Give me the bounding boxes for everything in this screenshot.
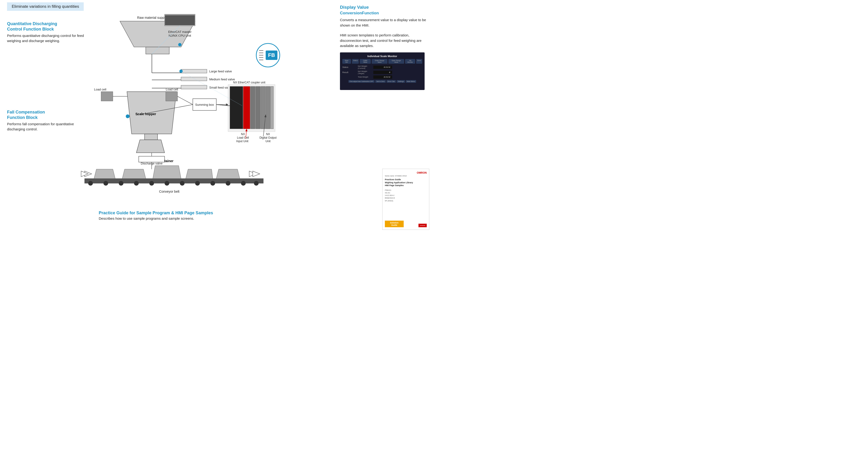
book-bottom: Solution Guide omron — [385, 221, 427, 227]
hmi-footer-btn-5[interactable]: Main Menu — [406, 80, 416, 83]
svg-rect-19 — [181, 69, 207, 73]
hmi-footer-btn-1[interactable]: One-adjust tare Subtraction OFF — [348, 80, 375, 83]
svg-marker-45 — [186, 169, 213, 178]
svg-text:Load Cell: Load Cell — [237, 136, 249, 139]
svg-marker-46 — [216, 169, 240, 178]
hmi-row-result: Result Net Weight (Target) # — [342, 70, 422, 74]
svg-rect-28 — [85, 178, 263, 183]
svg-point-39 — [241, 181, 246, 186]
svg-point-33 — [149, 181, 154, 186]
svg-point-30 — [103, 181, 108, 186]
hmi-hash2: # — [373, 71, 392, 74]
svg-marker-4 — [136, 140, 164, 153]
section1-title-line2: Control Function Block — [7, 27, 87, 32]
book-cover: OMRON Series name: SYSMAC-HH14 Practices… — [382, 169, 429, 230]
section1-title-line1: Quantitative Discharging — [7, 21, 87, 27]
svg-marker-43 — [153, 166, 181, 178]
banner-text: Eliminate variations in filling quantiti… — [12, 4, 79, 9]
hmi-btn-7[interactable]: Error — [416, 59, 422, 64]
svg-text:Load cell: Load cell — [94, 88, 106, 91]
svg-rect-7 — [101, 92, 113, 101]
hmi-footer-btn-4[interactable]: Settings — [397, 80, 405, 83]
hmi-result-label: Result — [342, 71, 356, 73]
svg-text:FB: FB — [268, 52, 275, 58]
svg-rect-60 — [255, 87, 260, 129]
hmi-net-weight-target: Net Weight (Target) — [358, 70, 372, 74]
book-title: Practices Guide Wighing Application Libr… — [385, 178, 427, 187]
svg-marker-41 — [94, 169, 115, 178]
book-red-label: omron — [418, 224, 427, 227]
svg-rect-59 — [250, 87, 255, 129]
svg-point-6 — [126, 114, 129, 118]
hmi-btn-5[interactable]: Open Range Value — [389, 59, 404, 64]
svg-point-35 — [180, 181, 185, 186]
svg-rect-3 — [145, 134, 157, 140]
svg-rect-63 — [271, 87, 273, 129]
hmi-footer-buttons: One-adjust tare Subtraction OFF Set to Z… — [342, 80, 422, 83]
svg-rect-74 — [165, 14, 195, 14]
hmi-hash3: # # # # — [373, 75, 392, 79]
display-value-title: Display Value — [340, 5, 429, 10]
book-guide-label: Solution Guide — [385, 221, 404, 227]
hmi-status-label: Status — [342, 66, 356, 68]
svg-text:Digital Output: Digital Output — [259, 136, 277, 139]
svg-rect-75 — [165, 15, 195, 25]
practice-section: Practice Guide for Sample Program & HMI … — [99, 210, 268, 221]
svg-rect-23 — [181, 77, 207, 81]
main-page: { "banner": { "text": "Eliminate variati… — [0, 0, 434, 234]
hmi-btn-6[interactable]: Val Monitor — [405, 59, 415, 64]
svg-rect-26 — [181, 85, 207, 89]
hmi-btn-3[interactable]: Calibr Value — [360, 59, 371, 64]
section2-body: Performs fall compensation for quantitat… — [7, 122, 87, 132]
svg-point-79 — [178, 43, 182, 46]
svg-point-38 — [226, 181, 230, 186]
svg-rect-62 — [266, 87, 270, 129]
svg-text:Scale hopper: Scale hopper — [135, 112, 156, 116]
diagram-area: Raw material supply hopper Scale hopper … — [78, 14, 284, 219]
book-numbers: P566-E1 431-E1 V-K21 B24-V BW&B B22-B NF… — [385, 189, 427, 202]
svg-text:Medium feed valve: Medium feed valve — [209, 77, 235, 81]
hmi-row-status: Status Net Weight (Current) # # # # — [342, 65, 422, 69]
svg-marker-50 — [253, 171, 260, 177]
omron-logo: OMRON — [385, 171, 427, 174]
svg-marker-42 — [122, 169, 146, 178]
svg-text:Conveyor belt: Conveyor belt — [159, 190, 179, 193]
hmi-footer-btn-2[interactable]: Set to Zero — [375, 80, 386, 83]
svg-point-36 — [195, 181, 200, 186]
hmi-btn-1[interactable]: Near Zer — [342, 59, 351, 64]
svg-rect-57 — [230, 87, 243, 129]
section1-body: Performs quantitative discharging contro… — [7, 33, 87, 44]
left-panel: Quantitative Discharging Control Functio… — [7, 21, 87, 132]
hmi-row-total: Total Weight # # # # — [342, 75, 422, 79]
svg-point-31 — [119, 181, 123, 186]
svg-point-32 — [134, 181, 139, 186]
practice-body: Describes how to use sample programs and… — [99, 216, 268, 221]
hmi-footer-btn-3[interactable]: Error Clar — [386, 80, 396, 83]
conversion-desc: Converts a measurement value to a displa… — [340, 18, 429, 28]
section2-title-line1: Fall Compensation — [7, 109, 87, 115]
hmi-screen-title: Individual Scale Monitor — [342, 55, 422, 58]
svg-text:NX EtherCAT coupler unit: NX EtherCAT coupler unit — [233, 81, 266, 84]
section2-title-line2: Function Block — [7, 115, 87, 120]
conversion-title: ConversionFunction — [340, 11, 429, 15]
hmi-net-weight-current: Net Weight (Current) — [358, 65, 372, 69]
section1-title: Quantitative Discharging Control Functio… — [7, 21, 87, 32]
svg-point-40 — [254, 181, 258, 186]
svg-text:Unit: Unit — [266, 140, 271, 143]
hmi-btn-4[interactable]: Order Range Value — [372, 59, 388, 64]
banner: Eliminate variations in filling quantiti… — [7, 2, 84, 11]
hmi-buttons: Near Zer Status Calibr Value Order Range… — [342, 59, 422, 64]
svg-point-29 — [88, 181, 93, 186]
svg-rect-52 — [139, 156, 164, 162]
hmi-hash1: # # # # — [373, 66, 392, 69]
right-panel: Display Value ConversionFunction Convert… — [340, 5, 429, 90]
svg-text:NX: NX — [266, 133, 270, 136]
hmi-btn-2[interactable]: Status — [352, 59, 359, 64]
svg-point-37 — [210, 181, 215, 186]
svg-line-14 — [178, 96, 193, 105]
svg-text:NX: NX — [241, 133, 245, 136]
svg-rect-10 — [166, 92, 178, 101]
hmi-screen: Individual Scale Monitor Near Zer Status… — [340, 53, 425, 90]
svg-rect-1 — [146, 47, 169, 54]
svg-text:Large feed valve: Large feed valve — [209, 70, 232, 73]
